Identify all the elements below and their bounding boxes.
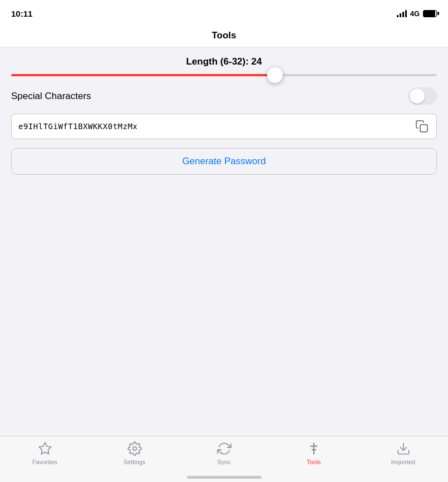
favorites-icon xyxy=(37,441,53,456)
battery-icon xyxy=(423,10,437,17)
tab-settings-label: Settings xyxy=(124,459,146,465)
toggle-knob xyxy=(410,88,425,104)
special-chars-toggle[interactable] xyxy=(408,87,437,105)
svg-rect-0 xyxy=(420,125,427,132)
tab-tools[interactable]: Tools xyxy=(269,441,358,465)
generated-password: e9IHlTGiWfT1BXWKKX0tMzMx xyxy=(18,122,414,131)
signal-icon xyxy=(397,10,407,17)
status-time: 10:11 xyxy=(11,9,32,18)
svg-point-2 xyxy=(132,447,136,451)
slider-track xyxy=(11,74,437,76)
settings-icon xyxy=(127,441,142,456)
tab-sync-label: Sync xyxy=(217,459,230,465)
generate-password-button[interactable]: Generate Password xyxy=(11,148,437,175)
home-indicator xyxy=(187,476,262,479)
tab-imported-label: Imported xyxy=(391,459,415,465)
tab-tools-label: Tools xyxy=(307,459,321,465)
imported-icon xyxy=(396,441,411,456)
special-chars-label: Special Characters xyxy=(11,91,91,102)
copy-button[interactable] xyxy=(414,119,430,134)
sync-icon xyxy=(216,441,232,456)
slider-fill xyxy=(11,74,275,76)
length-slider[interactable] xyxy=(11,74,437,76)
tab-settings[interactable]: Settings xyxy=(90,441,179,465)
nav-header: Tools xyxy=(0,24,448,47)
svg-marker-1 xyxy=(39,442,51,454)
content-area: Length (6-32): 24 Special Characters e9I… xyxy=(0,47,448,482)
network-type: 4G xyxy=(410,9,420,18)
tab-bar: Favorites Settings Sync xyxy=(0,436,448,482)
tab-imported[interactable]: Imported xyxy=(358,441,448,465)
tab-favorites-label: Favorites xyxy=(32,459,57,465)
slider-thumb[interactable] xyxy=(267,67,283,83)
length-section: Length (6-32): 24 xyxy=(0,47,448,76)
special-chars-row: Special Characters xyxy=(0,87,448,114)
tools-icon xyxy=(306,441,322,456)
password-row: e9IHlTGiWfT1BXWKKX0tMzMx xyxy=(11,114,437,139)
status-bar: 10:11 4G xyxy=(0,0,448,24)
status-icons: 4G xyxy=(397,9,437,18)
length-label: Length (6-32): 24 xyxy=(11,56,437,67)
tab-sync[interactable]: Sync xyxy=(179,441,269,465)
generate-btn-container: Generate Password xyxy=(0,148,448,175)
app-container: 10:11 4G Tools Length (6-32): 24 xyxy=(0,0,448,482)
page-title: Tools xyxy=(211,30,236,41)
tab-favorites[interactable]: Favorites xyxy=(0,441,90,465)
